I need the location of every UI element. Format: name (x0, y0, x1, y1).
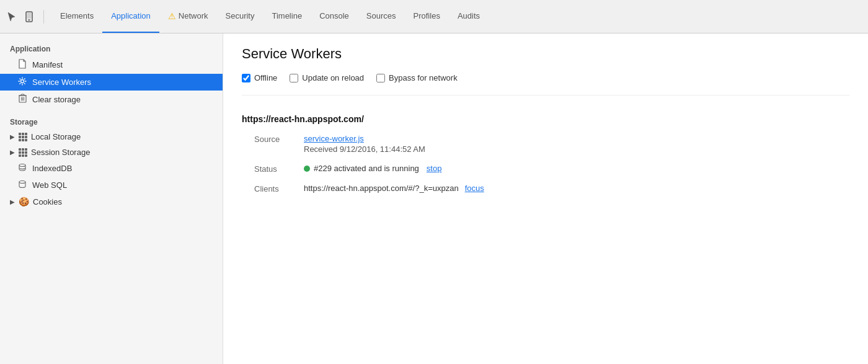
svg-point-3 (21, 80, 24, 83)
offline-checkbox-label[interactable]: Offline (242, 73, 277, 82)
status-value: #229 activated and is running stop (304, 164, 849, 173)
clients-row: Clients https://react-hn.appspot.com/#/?… (242, 184, 849, 193)
source-file-link[interactable]: service-worker.js (304, 134, 364, 143)
sidebar-item-clear-storage[interactable]: Clear storage (0, 91, 223, 108)
main-layout: Application Manifest Service Workers (0, 33, 868, 364)
clients-label: Clients (254, 184, 304, 193)
trash-icon (17, 94, 27, 105)
web-sql-icon (17, 180, 27, 190)
tab-profiles[interactable]: Profiles (405, 0, 449, 33)
manifest-icon (17, 59, 27, 71)
toolbar-icons (5, 10, 44, 24)
source-value: service-worker.js Received 9/12/2016, 11… (304, 134, 849, 154)
warning-icon: ⚠ (168, 11, 176, 21)
status-text: #229 activated and is running (314, 164, 419, 173)
sidebar-item-cookies[interactable]: ▶ 🍪 Cookies (0, 193, 223, 210)
tab-timeline[interactable]: Timeline (263, 0, 311, 33)
clients-url-text: https://react-hn.appspot.com/#/?_k=uxpza… (304, 184, 459, 193)
page-title: Service Workers (242, 46, 849, 62)
status-content: #229 activated and is running stop (304, 164, 849, 173)
tab-application[interactable]: Application (102, 0, 159, 33)
tab-console[interactable]: Console (311, 0, 358, 33)
local-storage-grid-icon (19, 133, 27, 141)
tab-network[interactable]: ⚠ Network (159, 0, 217, 33)
sidebar-item-web-sql[interactable]: Web SQL (0, 177, 223, 193)
expand-arrow-session-storage: ▶ (10, 149, 15, 156)
content-area: Service Workers Offline Update on reload… (223, 33, 868, 364)
svg-rect-2 (27, 12, 32, 19)
sidebar-item-local-storage[interactable]: ▶ Local Storage (0, 129, 223, 144)
application-section-label: Application (0, 40, 223, 56)
status-row: Status #229 activated and is running sto… (242, 164, 849, 174)
cookies-icon: 🍪 (19, 197, 29, 206)
top-bar: Elements Application ⚠ Network Security … (0, 0, 868, 33)
indexeddb-icon (17, 163, 27, 174)
top-tabs: Elements Application ⚠ Network Security … (51, 0, 489, 33)
tab-elements[interactable]: Elements (51, 0, 102, 33)
svg-point-6 (19, 181, 25, 184)
session-storage-grid-icon (19, 148, 27, 157)
sw-url: https://react-hn.appspot.com/ (242, 114, 849, 124)
sidebar-item-manifest[interactable]: Manifest (0, 56, 223, 74)
status-label: Status (254, 164, 304, 174)
svg-point-5 (19, 164, 25, 167)
checkboxes-row: Offline Update on reload Bypass for netw… (242, 73, 849, 95)
sw-entry: https://react-hn.appspot.com/ Source ser… (242, 114, 849, 193)
mobile-icon[interactable] (22, 10, 36, 24)
source-label: Source (254, 134, 304, 144)
sidebar: Application Manifest Service Workers (0, 33, 223, 364)
expand-arrow-cookies: ▶ (10, 198, 15, 205)
update-on-reload-checkbox[interactable] (290, 74, 298, 82)
status-green-dot (304, 166, 310, 172)
update-on-reload-checkbox-label[interactable]: Update on reload (290, 73, 364, 82)
clients-value: https://react-hn.appspot.com/#/?_k=uxpza… (304, 184, 849, 193)
focus-link[interactable]: focus (465, 184, 484, 193)
bypass-for-network-checkbox[interactable] (376, 74, 385, 82)
gear-icon (17, 77, 27, 87)
tab-audits[interactable]: Audits (449, 0, 489, 33)
received-date: Received 9/12/2016, 11:44:52 AM (304, 144, 849, 154)
source-row: Source service-worker.js Received 9/12/2… (242, 134, 849, 154)
storage-section-label: Storage (0, 113, 223, 129)
svg-rect-1 (28, 19, 30, 20)
bypass-for-network-checkbox-label[interactable]: Bypass for network (376, 73, 458, 82)
clients-content: https://react-hn.appspot.com/#/?_k=uxpza… (304, 184, 849, 193)
expand-arrow-local-storage: ▶ (10, 133, 15, 140)
offline-checkbox[interactable] (242, 74, 250, 82)
sidebar-item-indexeddb[interactable]: IndexedDB (0, 160, 223, 177)
tab-security[interactable]: Security (217, 0, 264, 33)
sidebar-item-session-storage[interactable]: ▶ Session Storage (0, 144, 223, 160)
sidebar-item-service-workers[interactable]: Service Workers (0, 74, 223, 91)
cursor-icon[interactable] (5, 10, 19, 24)
tab-sources[interactable]: Sources (358, 0, 405, 33)
stop-link[interactable]: stop (427, 164, 442, 173)
